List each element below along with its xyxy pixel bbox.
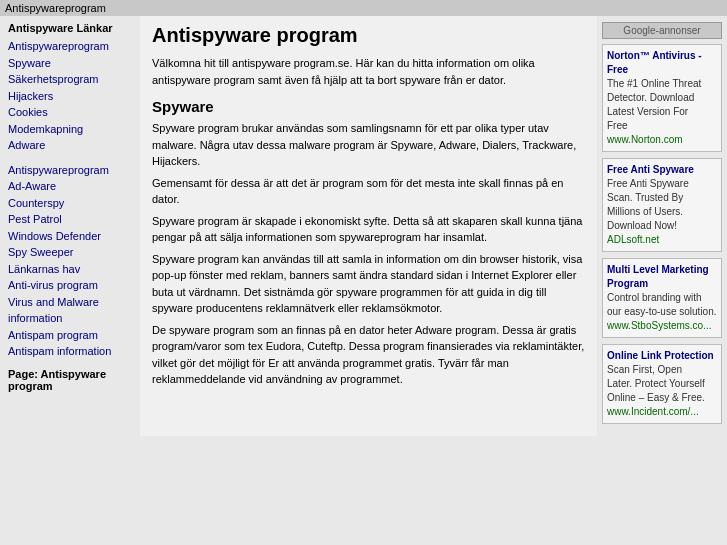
sidebar-section1: AntispywareprogramSpywareSäkerhetsprogra… (8, 38, 132, 154)
ad-antispyware-title[interactable]: Free Anti Spyware (607, 163, 717, 177)
sidebar-item[interactable]: Länkarnas hav (8, 261, 132, 278)
sidebar-item[interactable]: Spy Sweeper (8, 244, 132, 261)
sidebar-item[interactable]: Anti-virus program (8, 277, 132, 294)
sidebar-item[interactable]: Virus and Malware information (8, 294, 132, 327)
sidebar-item[interactable]: Antispywareprogram (8, 38, 132, 55)
ad-linkprotection[interactable]: Online Link Protection Scan First, Open … (602, 344, 722, 424)
page-title-bar: Antispywareprogram (0, 0, 727, 16)
sidebar-section2-container: AntispywareprogramAd-AwareCounterspyPest… (8, 162, 132, 360)
google-ads-label: Google-annonser (602, 22, 722, 39)
para1: Spyware program brukar användas som saml… (152, 120, 585, 170)
main-title: Antispyware program (152, 24, 585, 47)
ad-linkprotection-url: www.Incident.com/... (607, 405, 717, 419)
ad-linkprotection-title[interactable]: Online Link Protection (607, 349, 717, 363)
sidebar-item[interactable]: Modemkapning (8, 121, 132, 138)
spyware-heading: Spyware (152, 98, 585, 115)
ad-norton-title[interactable]: Norton™ Antivirus - Free (607, 49, 717, 77)
sidebar: Antispyware Länkar AntispywareprogramSpy… (0, 16, 140, 436)
para3: Spyware program är skapade i ekonomiskt … (152, 213, 585, 246)
para5: De spyware program som an finnas på en d… (152, 322, 585, 388)
sidebar-item[interactable]: Cookies (8, 104, 132, 121)
browser-title: Antispywareprogram (5, 2, 106, 14)
ad-antispyware-url: ADLsoft.net (607, 233, 717, 247)
sidebar-item[interactable]: Spyware (8, 55, 132, 72)
sidebar-item[interactable]: Ad-Aware (8, 178, 132, 195)
ad-multilevel[interactable]: Multi Level Marketing Program Control br… (602, 258, 722, 338)
ad-norton-url: www.Norton.com (607, 133, 717, 147)
sidebar-item[interactable]: Counterspy (8, 195, 132, 212)
sidebar-item[interactable]: Pest Patrol (8, 211, 132, 228)
ad-antispyware-text: Free Anti Spyware Scan. Trusted By Milli… (607, 177, 717, 233)
ad-multilevel-text: Control branding with our easy-to-use so… (607, 291, 717, 319)
ad-norton[interactable]: Norton™ Antivirus - Free The #1 Online T… (602, 44, 722, 152)
ad-linkprotection-text: Scan First, Open Later. Protect Yourself… (607, 363, 717, 405)
sidebar-item[interactable]: Windows Defender (8, 228, 132, 245)
para2: Gemensamt för dessa är att det är progra… (152, 175, 585, 208)
main-content: Antispyware program Välkomna hit till an… (140, 16, 597, 436)
sidebar-item[interactable]: Säkerhetsprogram (8, 71, 132, 88)
ad-multilevel-title[interactable]: Multi Level Marketing Program (607, 263, 717, 291)
intro-paragraph: Välkomna hit till antispyware program.se… (152, 55, 585, 88)
sidebar-links-section: Antispyware Länkar AntispywareprogramSpy… (8, 22, 132, 154)
sidebar-item[interactable]: Antispywareprogram (8, 162, 132, 179)
right-sidebar: Google-annonser Norton™ Antivirus - Free… (597, 16, 727, 436)
sidebar-item[interactable]: Hijackers (8, 88, 132, 105)
ad-multilevel-url: www.StboSystems.co... (607, 319, 717, 333)
sidebar-item[interactable]: Antispam information (8, 343, 132, 360)
sidebar-item[interactable]: Adware (8, 137, 132, 154)
para4: Spyware program kan användas till att sa… (152, 251, 585, 317)
sidebar-section2: AntispywareprogramAd-AwareCounterspyPest… (8, 162, 132, 360)
ad-antispyware[interactable]: Free Anti Spyware Free Anti Spyware Scan… (602, 158, 722, 252)
sidebar-item[interactable]: Antispam program (8, 327, 132, 344)
sidebar-header: Antispyware Länkar (8, 22, 132, 34)
ad-norton-text: The #1 Online Threat Detector. Download … (607, 77, 717, 133)
sidebar-page-label: Page: Antispyware program (8, 368, 132, 392)
